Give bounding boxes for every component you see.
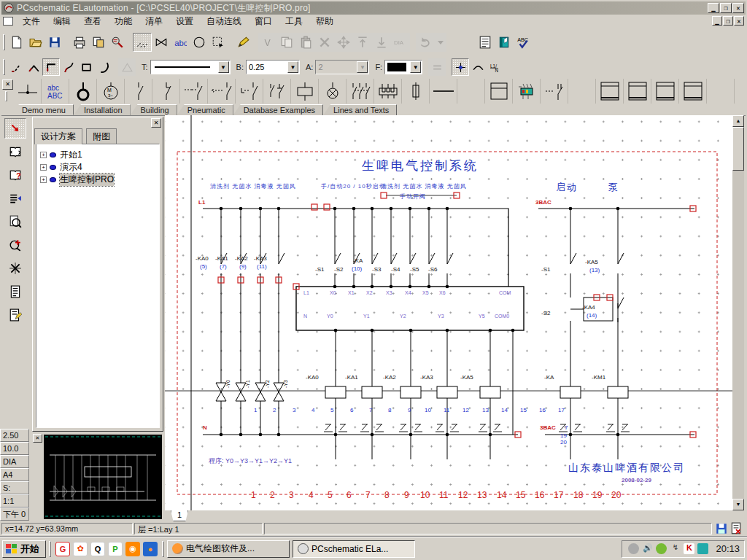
menu-edit[interactable]: 编辑: [47, 14, 77, 29]
help-book-button[interactable]: [4, 165, 26, 185]
line-angled-button[interactable]: [25, 58, 42, 76]
edit-data-button[interactable]: [4, 305, 26, 325]
color-select[interactable]: ▼: [384, 60, 422, 74]
tree-item-start1[interactable]: + 开始1: [38, 149, 158, 161]
palette-grip[interactable]: [5, 91, 7, 101]
save-status-icon[interactable]: [715, 522, 728, 535]
start-button[interactable]: 开始: [2, 540, 46, 558]
symbol-text[interactable]: [42, 79, 69, 104]
tab-pneumatic[interactable]: Pneumatic: [177, 104, 233, 115]
symbol-motor-starter[interactable]: [513, 79, 541, 104]
symbol-contact-3[interactable]: [236, 79, 263, 104]
spellcheck-button[interactable]: [514, 33, 533, 52]
tree-item-beer-control[interactable]: + 生啤控制PRO: [38, 174, 158, 186]
symbol-contact-1[interactable]: [180, 79, 208, 104]
pointer-grid-button[interactable]: [4, 118, 26, 139]
line-width-select[interactable]: 0.25▼: [246, 60, 300, 74]
line-curve-button[interactable]: [60, 58, 77, 76]
wire-jump-button[interactable]: [469, 58, 487, 76]
tab-building[interactable]: Building: [131, 104, 177, 115]
network-tray-icon[interactable]: ↯: [670, 543, 681, 554]
symbol-contact-4[interactable]: [263, 79, 291, 104]
qq-penguin-icon[interactable]: Q: [90, 542, 105, 556]
symbol-menu-button[interactable]: [4, 141, 26, 162]
draw-pencil-button[interactable]: [233, 33, 252, 52]
volume-tray-icon[interactable]: 🔊: [642, 543, 653, 554]
tree-item-label[interactable]: 生啤控制PRO: [60, 174, 114, 186]
menu-autoroute[interactable]: 自动连线: [200, 14, 248, 29]
symbol-line[interactable]: [430, 79, 457, 104]
explorer-close-icon[interactable]: ✕: [151, 118, 161, 128]
object-data-button[interactable]: [4, 281, 26, 302]
menu-settings[interactable]: 设置: [169, 14, 200, 29]
junction-button[interactable]: [452, 58, 469, 76]
symbol-terminal-box-4[interactable]: [679, 79, 707, 104]
mouse-tray-icon[interactable]: [628, 543, 639, 554]
symbol-terminal-box-3[interactable]: [651, 79, 679, 104]
mdi-restore-button[interactable]: ❐: [723, 16, 733, 26]
object-lists-button[interactable]: [476, 33, 495, 52]
menu-functions[interactable]: 功能: [108, 14, 139, 29]
orange-box-icon[interactable]: ◉: [125, 542, 140, 556]
scroll-up-icon[interactable]: ▲: [732, 115, 744, 127]
title-bar[interactable]: PCschematic ELautomation - [C:\PCSEL40\P…: [1, 1, 746, 15]
symbol-empty-2[interactable]: [568, 79, 596, 104]
rectangle-button[interactable]: [77, 58, 95, 76]
tab-attached-drawings[interactable]: 附图: [86, 128, 117, 144]
green-parrot-icon[interactable]: P: [108, 542, 123, 556]
symbol-fuse[interactable]: [402, 79, 430, 104]
pinwheel-icon[interactable]: ✿: [73, 542, 88, 556]
symbol-lamp[interactable]: [319, 79, 347, 104]
tab-design-projects[interactable]: 设计方案: [34, 128, 82, 144]
find-symbol-button[interactable]: [108, 33, 127, 52]
tree-item-demo4[interactable]: + 演示4: [38, 161, 158, 174]
close-button[interactable]: ✕: [732, 3, 744, 13]
symbol-earth[interactable]: [69, 79, 97, 104]
red-g-icon[interactable]: G: [55, 542, 70, 556]
green-ball-tray-icon[interactable]: [656, 543, 667, 554]
new-button[interactable]: [7, 33, 26, 52]
menu-help[interactable]: 帮助: [309, 14, 340, 29]
menu-lists[interactable]: 清单: [139, 14, 169, 29]
symbol-motor[interactable]: [97, 79, 125, 104]
expand-icon[interactable]: +: [40, 152, 47, 158]
tab-database-examples[interactable]: Database Examples: [233, 104, 323, 115]
dia-mode-value[interactable]: DIA: [0, 455, 29, 468]
mdi-minimize-button[interactable]: ▁: [712, 16, 722, 26]
camera-tray-icon[interactable]: [697, 543, 708, 554]
snap-value[interactable]: 2.50: [0, 429, 29, 442]
save-button[interactable]: [45, 33, 64, 52]
symbol-contact-2[interactable]: [208, 79, 236, 104]
firefox-icon[interactable]: ●: [143, 542, 158, 556]
menu-window[interactable]: 窗口: [248, 14, 279, 29]
arc-button[interactable]: [95, 58, 112, 76]
scroll-down-icon[interactable]: ▼: [732, 499, 744, 510]
symbol-aux-contact[interactable]: [541, 79, 568, 104]
text-mode-button[interactable]: [171, 33, 190, 52]
expand-icon[interactable]: +: [40, 164, 47, 171]
symbols-mode-button[interactable]: [152, 33, 171, 52]
symbol-no-contact[interactable]: [125, 79, 152, 104]
drawing-canvas[interactable]: 生啤电气控制系统清洗剂 无菌水 消毒液 无菌风手/自动20 / 10秒启动清洗剂…: [165, 115, 732, 510]
scale-value[interactable]: 1:1: [0, 494, 29, 508]
symbol-three-pole[interactable]: [347, 79, 374, 104]
open-button[interactable]: [26, 33, 45, 52]
symbol-thermal-relay[interactable]: [374, 79, 402, 104]
page-tab-1[interactable]: 1: [171, 510, 188, 521]
document-icon[interactable]: [3, 17, 13, 26]
preview-close-icon[interactable]: ✕: [33, 434, 42, 443]
scale-label[interactable]: S:: [0, 481, 29, 494]
kaspersky-tray-icon[interactable]: K: [684, 543, 694, 554]
toolbar-grip[interactable]: [3, 34, 5, 50]
line-type-select[interactable]: ▼: [150, 60, 231, 74]
menu-view[interactable]: 查看: [77, 14, 108, 29]
symbol-coil[interactable]: [291, 79, 319, 104]
minimize-button[interactable]: ▁: [708, 3, 719, 13]
lines-mode-button[interactable]: [133, 33, 152, 52]
circle-mode-button[interactable]: [190, 33, 209, 52]
toolbar-grip-2[interactable]: [3, 59, 5, 75]
scrollbar-thumb[interactable]: [732, 127, 744, 171]
symbol-wire[interactable]: [14, 79, 42, 104]
symbol-nc-contact[interactable]: [152, 79, 180, 104]
area-mode-button[interactable]: [209, 33, 228, 52]
